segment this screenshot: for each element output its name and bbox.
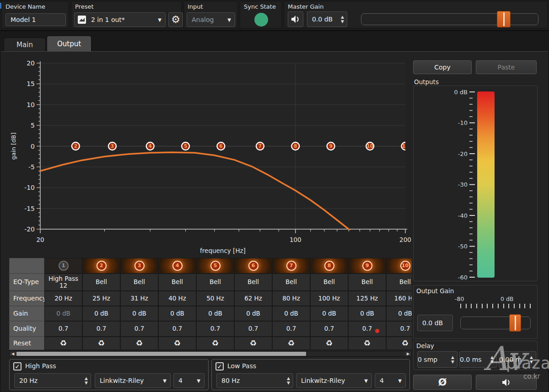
high-pass-order-select[interactable]: 4 ▼ — [173, 373, 205, 388]
eq-band-marker[interactable]: 4 — [146, 142, 154, 150]
eq-band-marker[interactable]: 3 — [108, 142, 116, 150]
eq-type-cell[interactable]: Bell — [120, 274, 158, 291]
gain-cell[interactable]: 0 dB — [386, 306, 412, 321]
gain-cell[interactable]: 0 dB — [44, 306, 82, 321]
quality-cell[interactable]: 0.7 — [310, 321, 348, 337]
eq-type-cell[interactable]: High Pass 12 — [44, 274, 82, 291]
copy-button[interactable]: Copy — [413, 60, 472, 74]
eq-table-scrollbar[interactable]: ◀ ▶ — [9, 351, 412, 357]
tab-output[interactable]: Output — [47, 36, 92, 52]
spinner-arrows-icon[interactable]: ▲▼ — [85, 376, 91, 385]
gain-cell[interactable]: 0 dB — [310, 306, 348, 321]
preset-settings-button[interactable]: ⚙ — [168, 12, 183, 27]
gain-cell[interactable]: 0 dB — [158, 306, 196, 321]
gain-cell[interactable]: 0 dB — [234, 306, 272, 321]
preset-select[interactable]: 2 in 1 out* ▼ — [74, 12, 166, 27]
eq-response-graph[interactable]: -20-15-10-50510152020100200frequency [Hz… — [9, 54, 412, 258]
frequency-cell[interactable]: 160 Hz — [386, 291, 412, 306]
delay-ms-value[interactable]: 0.0 ms ▲▼ — [459, 351, 497, 368]
gain-cell[interactable]: 0 dB — [120, 306, 158, 321]
reset-button[interactable]: ♻ — [44, 337, 82, 350]
eq-type-cell[interactable]: Bell — [158, 274, 196, 291]
eq-band-header[interactable]: 3 — [120, 258, 158, 274]
reset-button[interactable]: ♻ — [272, 337, 310, 350]
spinner-arrows-icon[interactable]: ▲▼ — [341, 15, 347, 24]
output-gain-value[interactable]: 0.0 dB — [417, 315, 453, 331]
eq-band-header[interactable]: 4 — [158, 258, 196, 274]
low-pass-type-select[interactable]: Linkwitz-Riley ▼ — [296, 373, 372, 388]
gain-cell[interactable]: 0 dB — [272, 306, 310, 321]
eq-band-marker[interactable]: 10 — [366, 142, 374, 150]
output-gain-slider[interactable] — [460, 317, 531, 329]
eq-band-header[interactable]: 2 — [82, 258, 120, 274]
master-gain-value[interactable]: 0.0 dB ▲▼ — [307, 11, 347, 27]
frequency-cell[interactable]: 62 Hz — [234, 291, 272, 306]
eq-band-header[interactable]: 8 — [310, 258, 348, 274]
high-pass-type-select[interactable]: Linkwitz-Riley ▼ — [95, 373, 171, 388]
master-gain-slider[interactable] — [361, 13, 538, 25]
frequency-cell[interactable]: 20 Hz — [44, 291, 82, 306]
spinner-arrows-icon[interactable]: ▲▼ — [530, 355, 536, 364]
quality-cell[interactable]: 0.7 — [272, 321, 310, 337]
high-pass-checkbox[interactable]: ✓ — [13, 362, 22, 371]
low-pass-frequency[interactable]: 80 Hz ▲▼ — [216, 373, 293, 388]
gain-cell[interactable]: 0 dB — [196, 306, 234, 321]
reset-button[interactable]: ♻ — [120, 337, 158, 350]
eq-type-cell[interactable]: Bell — [310, 274, 348, 291]
eq-band-marker[interactable]: 2 — [72, 142, 80, 150]
high-pass-frequency[interactable]: 20 Hz ▲▼ — [14, 373, 91, 388]
eq-type-cell[interactable]: Bell — [234, 274, 272, 291]
eq-type-cell[interactable]: Bell — [196, 274, 234, 291]
phase-invert-button[interactable]: Ø — [413, 375, 472, 390]
scroll-right-icon[interactable]: ▶ — [405, 351, 411, 356]
eq-band-header[interactable]: 6 — [234, 258, 272, 274]
reset-button[interactable]: ♻ — [348, 337, 386, 350]
eq-type-cell[interactable]: Bell — [348, 274, 386, 291]
spinner-arrows-icon[interactable]: ▲▼ — [287, 376, 293, 385]
frequency-cell[interactable]: 80 Hz — [272, 291, 310, 306]
frequency-cell[interactable]: 50 Hz — [196, 291, 234, 306]
reset-button[interactable]: ♻ — [310, 337, 348, 350]
frequency-cell[interactable]: 40 Hz — [158, 291, 196, 306]
reset-button[interactable]: ♻ — [82, 337, 120, 350]
input-select[interactable]: Analog ▼ — [187, 12, 235, 27]
scrollbar-thumb[interactable] — [16, 352, 306, 356]
eq-band-marker[interactable]: 6 — [217, 142, 225, 150]
eq-band-header[interactable]: 1 — [44, 258, 82, 274]
gain-cell[interactable]: 0 dB — [348, 306, 386, 321]
frequency-cell[interactable]: 25 Hz — [82, 291, 120, 306]
reset-button[interactable]: ♻ — [158, 337, 196, 350]
quality-cell[interactable]: 0.7 — [158, 321, 196, 337]
eq-type-cell[interactable]: Bell — [386, 274, 412, 291]
device-name-input[interactable]: Model 1 — [5, 13, 66, 26]
eq-band-header[interactable]: 9 — [348, 258, 386, 274]
eq-band-marker[interactable]: 9 — [327, 142, 335, 150]
quality-cell[interactable]: 0.7 — [196, 321, 234, 337]
output-mute-button[interactable] — [476, 375, 537, 390]
eq-band-marker[interactable]: 11 — [402, 142, 409, 150]
frequency-cell[interactable]: 125 Hz — [348, 291, 386, 306]
eq-type-cell[interactable]: Bell — [272, 274, 310, 291]
eq-type-cell[interactable]: Bell — [82, 274, 120, 291]
reset-button[interactable]: ♻ — [196, 337, 234, 350]
frequency-cell[interactable]: 31 Hz — [120, 291, 158, 306]
quality-cell[interactable]: 0.7 — [234, 321, 272, 337]
frequency-cell[interactable]: 100 Hz — [310, 291, 348, 306]
low-pass-order-select[interactable]: 4 ▼ — [375, 373, 406, 388]
eq-band-header[interactable]: 5 — [196, 258, 234, 274]
output-gain-slider-handle[interactable] — [509, 314, 521, 332]
eq-band-header[interactable]: 10 — [386, 258, 412, 274]
master-mute-button[interactable] — [288, 11, 303, 27]
eq-band-marker[interactable]: 7 — [256, 142, 264, 150]
quality-cell[interactable]: 0.7 — [348, 321, 386, 337]
reset-button[interactable]: ♻ — [386, 337, 412, 350]
delay-samples-value[interactable]: 0 smp ▲▼ — [417, 351, 458, 368]
tab-main[interactable]: Main — [4, 38, 46, 51]
spinner-arrows-icon[interactable]: ▲▼ — [490, 355, 496, 364]
quality-cell[interactable]: 0.7 — [120, 321, 158, 337]
reset-button[interactable]: ♻ — [234, 337, 272, 350]
delay-meters-value[interactable]: 0.00 m ▲▼ — [499, 351, 536, 368]
low-pass-checkbox[interactable]: ✓ — [215, 362, 224, 371]
quality-cell[interactable]: 0.7 — [386, 321, 412, 337]
spinner-arrows-icon[interactable]: ▲▼ — [451, 355, 457, 364]
